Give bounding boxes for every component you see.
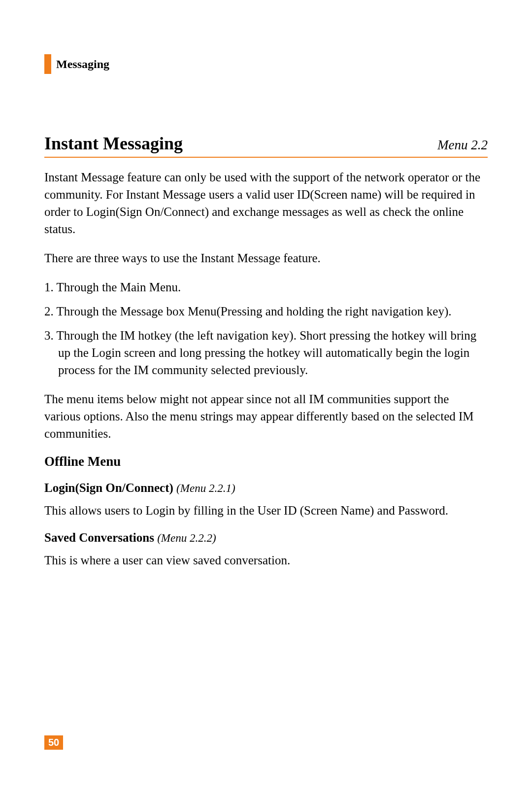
saved-body: This is where a user can view saved conv… bbox=[44, 552, 488, 569]
saved-menu-ref: (Menu 2.2.2) bbox=[157, 532, 216, 544]
page-title: Instant Messaging bbox=[44, 133, 183, 154]
login-body: This allows users to Login by filling in… bbox=[44, 502, 488, 519]
list-item: 2. Through the Message box Menu(Pressing… bbox=[44, 303, 488, 320]
list-item: 1. Through the Main Menu. bbox=[44, 278, 488, 296]
login-title: Login(Sign On/Connect) bbox=[44, 481, 173, 494]
offline-menu-heading: Offline Menu bbox=[44, 454, 488, 469]
header-section-name: Messaging bbox=[56, 58, 109, 71]
login-menu-ref: (Menu 2.2.1) bbox=[176, 482, 235, 494]
list-item-text: Through the Main Menu. bbox=[57, 280, 181, 294]
list-item: 3. Through the IM hotkey (the left navig… bbox=[44, 327, 488, 379]
list-item-text: Through the IM hotkey (the left navigati… bbox=[57, 329, 477, 377]
saved-heading: Saved Conversations (Menu 2.2.2) bbox=[44, 531, 488, 545]
list-item-text: Through the Message box Menu(Pressing an… bbox=[57, 305, 452, 318]
login-heading: Login(Sign On/Connect) (Menu 2.2.1) bbox=[44, 481, 488, 495]
page-number: 50 bbox=[44, 735, 63, 750]
header-accent-bar bbox=[44, 54, 51, 74]
ways-list: 1. Through the Main Menu. 2. Through the… bbox=[44, 278, 488, 379]
saved-title: Saved Conversations bbox=[44, 531, 154, 544]
page-content: Messaging Instant Messaging Menu 2.2 Ins… bbox=[0, 0, 532, 569]
note-paragraph: The menu items below might not appear si… bbox=[44, 390, 488, 442]
title-row: Instant Messaging Menu 2.2 bbox=[44, 133, 488, 158]
ways-intro: There are three ways to use the Instant … bbox=[44, 249, 488, 267]
page-header: Messaging bbox=[44, 54, 488, 74]
intro-paragraph: Instant Message feature can only be used… bbox=[44, 169, 488, 238]
menu-label: Menu 2.2 bbox=[437, 138, 488, 153]
